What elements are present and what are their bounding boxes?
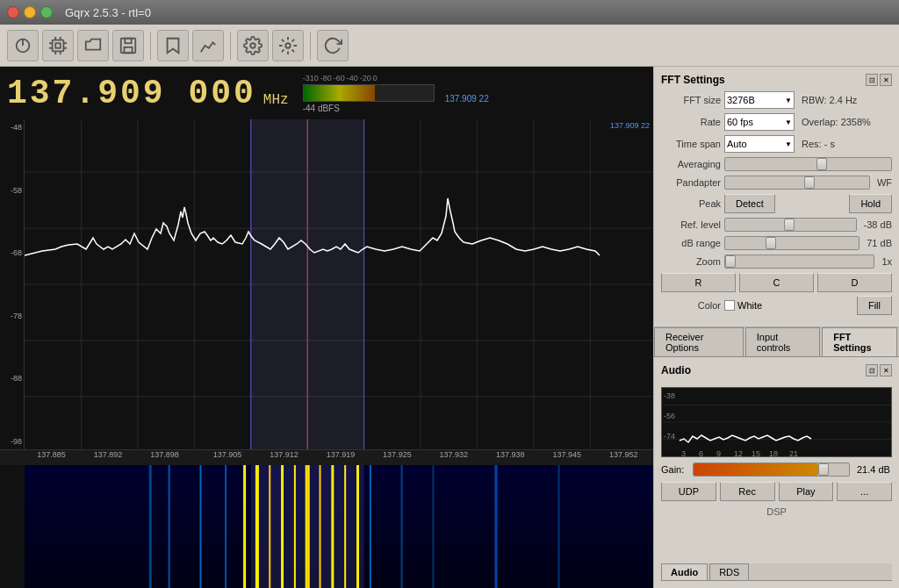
tab-input-controls[interactable]: Input controls [745, 327, 820, 356]
svg-text:9: 9 [716, 449, 721, 456]
svg-point-15 [250, 43, 255, 48]
zoom-slider[interactable] [724, 255, 874, 269]
zoom-row: Zoom 1x [661, 255, 892, 269]
waterfall[interactable] [0, 465, 653, 588]
fft-panel-controls[interactable]: ⊡ ✕ [866, 74, 892, 86]
averaging-label: Averaging [661, 159, 721, 169]
cursor-freq-label: 137.909 22 [610, 121, 650, 130]
r-button[interactable]: R [661, 273, 736, 292]
audio-panel: Audio ⊡ ✕ -38 -56 -74 [654, 357, 899, 588]
fft-panel-title: FFT Settings [661, 74, 725, 86]
rate-select[interactable]: 60 fps ▼ [724, 113, 795, 131]
fft-size-select[interactable]: 3276B ▼ [724, 91, 795, 109]
averaging-thumb[interactable] [816, 158, 827, 170]
udp-button[interactable]: UDP [661, 482, 716, 501]
zoom-thumb[interactable] [725, 255, 736, 268]
dbrange-thumb[interactable] [766, 237, 776, 249]
db-label-58: -58 [2, 186, 22, 195]
rec-button[interactable]: Rec [720, 482, 775, 501]
fft-close-button[interactable]: ✕ [880, 74, 892, 86]
second-settings-button[interactable] [272, 30, 304, 61]
svg-text:21: 21 [789, 449, 798, 456]
fft-rbw: RBW: 2.4 Hz [802, 95, 857, 105]
res-value: Res: - s [802, 139, 835, 149]
hold-button[interactable]: Hold [849, 194, 892, 213]
svg-rect-3 [55, 43, 61, 48]
frequency-unit: MHz [263, 92, 289, 108]
audio-panel-header: Audio ⊡ ✕ [661, 364, 892, 376]
folder-open-button[interactable] [77, 30, 109, 61]
cpu-icon[interactable] [42, 30, 74, 61]
db-label-68: -68 [2, 248, 22, 257]
svg-text:-38: -38 [664, 391, 675, 400]
audio-tab-audio[interactable]: Audio [661, 563, 708, 580]
refresh-button[interactable] [317, 30, 349, 61]
svg-rect-14 [124, 47, 132, 52]
peak-label: Peak [661, 198, 721, 209]
timespan-select[interactable]: Auto ▼ [724, 135, 795, 153]
rate-row: Rate 60 fps ▼ Overlap: 2358% [661, 113, 892, 131]
spectrum-panel: 137.909 000 MHz -310 -80 -60 -40 -20 0 -… [0, 67, 653, 588]
waterfall-content[interactable] [25, 465, 653, 588]
audio-tab-rds[interactable]: RDS [709, 563, 749, 580]
audio-tab-bar[interactable]: Audio RDS [661, 563, 892, 581]
rcd-row: R C D [661, 273, 892, 292]
dots-button[interactable]: ... [837, 482, 892, 501]
save-button[interactable] [112, 30, 144, 61]
reflevel-thumb[interactable] [784, 219, 795, 231]
title-bar: Gqrx 2.5.3 - rtl=0 [0, 0, 899, 25]
white-checkbox-label[interactable]: White [724, 300, 762, 311]
reflevel-slider[interactable] [724, 218, 857, 232]
bookmark-button[interactable] [157, 30, 189, 61]
rate-value: 60 fps [727, 117, 753, 127]
minimize-button[interactable] [24, 6, 36, 18]
close-button[interactable] [7, 6, 19, 18]
tab-receiver-options[interactable]: Receiver Options [654, 327, 744, 356]
freq-label-8: 137.932 [440, 450, 469, 459]
freq-label-4: 137.905 [213, 450, 242, 459]
maximize-button[interactable] [40, 6, 53, 18]
timespan-value: Auto [727, 139, 747, 149]
pandapter-slider[interactable] [724, 176, 870, 190]
spectrum-area[interactable]: -48 -58 -68 -78 -88 -98 [0, 119, 653, 588]
detect-button[interactable]: Detect [724, 194, 775, 213]
freq-label-2: 137.892 [94, 450, 123, 459]
freq-label-7: 137.925 [383, 450, 412, 459]
settings-button[interactable] [237, 30, 269, 61]
gain-thumb[interactable] [818, 463, 829, 476]
fft-size-value: 3276B [727, 95, 755, 105]
dbrange-slider[interactable] [724, 236, 859, 250]
fft-undock-button[interactable]: ⊡ [866, 74, 878, 86]
fft-panel-header: FFT Settings ⊡ ✕ [661, 74, 892, 86]
freq-label-1: 137.885 [37, 450, 66, 459]
tab-fft-settings[interactable]: FFT Settings [822, 327, 897, 356]
right-panel: FFT Settings ⊡ ✕ FFT size 3276B ▼ RBW: 2… [653, 67, 899, 588]
d-button[interactable]: D [817, 273, 892, 292]
averaging-slider[interactable] [724, 157, 892, 171]
rate-arrow: ▼ [785, 118, 792, 126]
spectrum-content[interactable]: 137.909 22 [25, 119, 653, 449]
white-label: White [737, 300, 762, 311]
fft-display[interactable]: -48 -58 -68 -78 -88 -98 [0, 119, 653, 449]
timespan-arrow: ▼ [785, 140, 792, 148]
play-button[interactable]: Play [779, 482, 834, 501]
audio-close-button[interactable]: ✕ [880, 364, 892, 376]
window-controls[interactable] [7, 6, 53, 18]
audio-undock-button[interactable]: ⊡ [866, 364, 878, 376]
pandapter-thumb[interactable] [804, 176, 815, 189]
settings-tab-bar[interactable]: Receiver Options Input controls FFT Sett… [654, 327, 899, 357]
dbrange-label: dB range [661, 238, 721, 248]
waterfall-overlay [25, 465, 653, 588]
color-label: Color [661, 300, 721, 311]
chart-button[interactable] [192, 30, 224, 61]
gain-slider[interactable] [693, 463, 850, 477]
power-button[interactable] [7, 30, 39, 61]
fill-button[interactable]: Fill [857, 296, 892, 315]
audio-spectrum-svg: -38 -56 -74 3 6 9 12 15 18 21 [662, 388, 891, 456]
toolbar-separator-3 [310, 32, 311, 60]
c-button[interactable]: C [739, 273, 814, 292]
audio-button-row[interactable]: UDP Rec Play ... [661, 482, 892, 501]
freq-label-10: 137.945 [552, 450, 581, 459]
audio-panel-controls[interactable]: ⊡ ✕ [866, 364, 892, 376]
white-checkbox[interactable] [724, 300, 735, 311]
